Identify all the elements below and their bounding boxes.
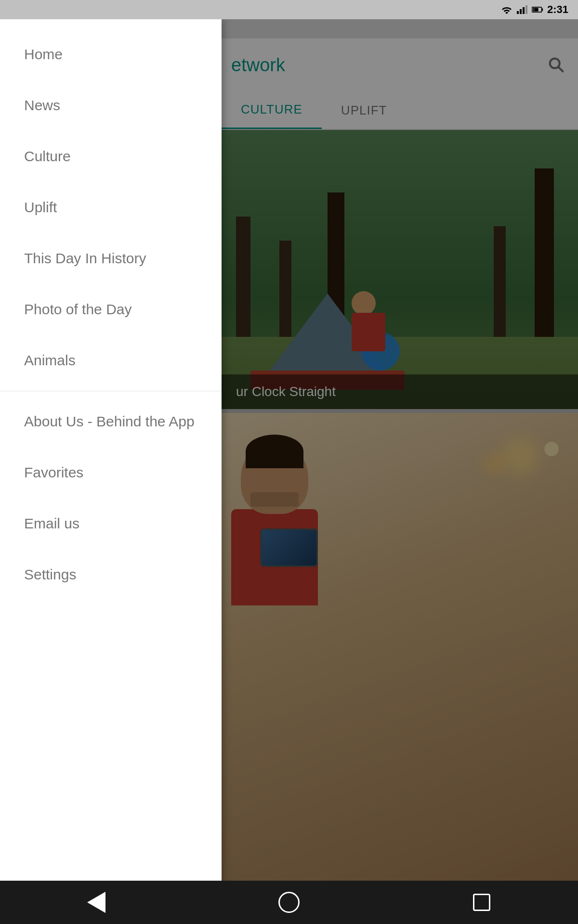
drawer-item-animals[interactable]: Animals	[0, 335, 222, 386]
back-icon	[87, 892, 105, 913]
recents-icon	[473, 894, 490, 911]
nav-home-button[interactable]	[275, 888, 303, 917]
svg-text:!: !	[533, 8, 534, 12]
drawer-item-culture[interactable]: Culture	[0, 131, 222, 182]
svg-rect-3	[525, 5, 527, 14]
status-bar: ! 2:31	[0, 0, 578, 19]
drawer-item-this-day-in-history[interactable]: This Day In History	[0, 233, 222, 284]
svg-rect-0	[517, 11, 519, 14]
wifi-icon	[501, 5, 512, 14]
drawer-backdrop[interactable]	[222, 19, 578, 924]
drawer-item-home[interactable]: Home	[0, 29, 222, 80]
bottom-nav-bar	[0, 881, 578, 924]
drawer-item-photo-of-the-day[interactable]: Photo of the Day	[0, 284, 222, 335]
svg-rect-1	[520, 9, 522, 14]
drawer-overlay: Home News Culture Uplift This Day In His…	[0, 19, 578, 924]
navigation-drawer: Home News Culture Uplift This Day In His…	[0, 19, 222, 924]
svg-rect-2	[523, 7, 525, 14]
nav-back-button[interactable]	[82, 888, 111, 917]
battery-icon: !	[532, 5, 543, 14]
drawer-item-favorites[interactable]: Favorites	[0, 447, 222, 498]
signal-icon	[516, 5, 528, 14]
home-icon	[278, 892, 300, 913]
drawer-item-settings[interactable]: Settings	[0, 549, 222, 600]
status-time: 2:31	[547, 3, 568, 16]
drawer-item-uplift[interactable]: Uplift	[0, 182, 222, 233]
drawer-item-news[interactable]: News	[0, 80, 222, 131]
drawer-item-about-us[interactable]: About Us - Behind the App	[0, 396, 222, 447]
drawer-item-email-us[interactable]: Email us	[0, 498, 222, 549]
drawer-divider	[0, 391, 222, 391]
status-icons: ! 2:31	[501, 3, 568, 16]
nav-recents-button[interactable]	[467, 888, 496, 917]
svg-rect-5	[542, 8, 543, 11]
